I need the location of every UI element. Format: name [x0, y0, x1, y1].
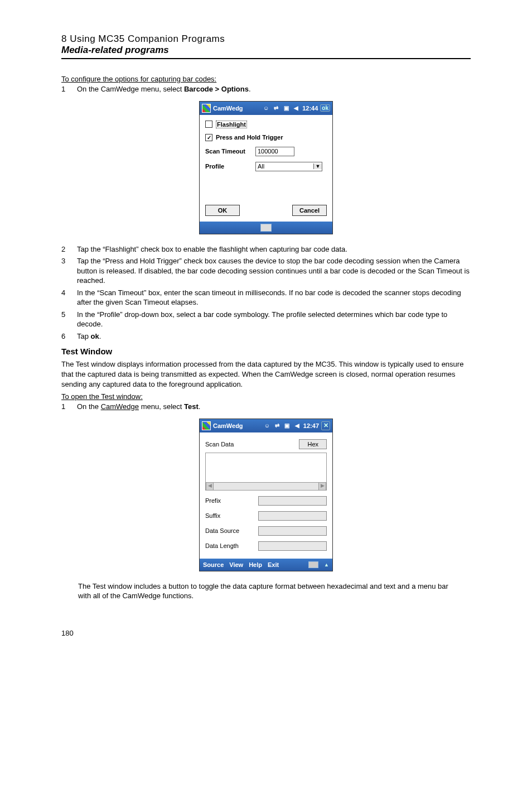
emoji-icon[interactable]: ☺ — [263, 422, 271, 430]
titlebar-ok-button[interactable]: ok — [320, 104, 330, 112]
open-test-heading: To open the Test window: — [61, 392, 471, 401]
titlebar: CamWedg ☺ ⇄ ▣ ◀ 12:47 ✕ — [200, 419, 332, 432]
page-header: 8 Using MC35 Companion Programs Media-re… — [61, 33, 471, 59]
battery-icon: ▣ — [282, 104, 290, 112]
presshold-checkbox[interactable]: ✓ — [205, 134, 212, 141]
signal-icon: ⇄ — [272, 104, 280, 112]
window-title: CamWedg — [213, 105, 243, 112]
scan-timeout-input[interactable]: 100000 — [255, 147, 294, 156]
scan-data-label: Scan Data — [205, 441, 234, 448]
step-number: 1 — [61, 84, 77, 94]
chevron-down-icon[interactable]: ▼ — [313, 164, 322, 169]
step-row: 4 In the “Scan Timeout” box, enter the s… — [61, 288, 471, 307]
step-row: 2 Tap the “Flashlight” check box to enab… — [61, 244, 471, 254]
ok-button[interactable]: OK — [205, 205, 240, 216]
options-body: Flashlight ✓ Press and Hold Trigger Scan… — [200, 115, 332, 222]
step-row: 5 In the “Profile” drop-down box, select… — [61, 310, 471, 329]
profile-value: All — [256, 163, 313, 170]
signal-icon: ⇄ — [273, 422, 281, 430]
section-title: Media-related programs — [61, 45, 471, 56]
step-row: 1 On the CamWedge menu, select Barcode >… — [61, 84, 471, 94]
menu-source[interactable]: Source — [203, 561, 224, 568]
prefix-row: Prefix — [205, 496, 327, 506]
volume-icon[interactable]: ◀ — [293, 422, 301, 430]
config-section: To configure the options for capturing b… — [61, 75, 471, 94]
scroll-left-icon[interactable]: ◀ — [206, 483, 214, 490]
screenshot-options: CamWedg ☺ ⇄ ▣ ◀ 12:44 ok Flashlight ✓ Pr… — [61, 101, 471, 234]
flashlight-label: Flashlight — [216, 121, 247, 128]
menu-view[interactable]: View — [229, 561, 243, 568]
titlebar: CamWedg ☺ ⇄ ▣ ◀ 12:44 ok — [200, 102, 332, 115]
scan-data-area[interactable] — [205, 453, 327, 483]
datalength-row: Data Length — [205, 541, 327, 551]
chevron-up-icon[interactable]: ▲ — [324, 562, 329, 568]
close-button[interactable]: ✕ — [321, 421, 330, 430]
datasource-input[interactable] — [258, 526, 327, 536]
profile-label: Profile — [205, 163, 251, 170]
presshold-row: ✓ Press and Hold Trigger — [205, 134, 327, 141]
step-row: 6 Tap ok. — [61, 331, 471, 342]
steps-after-screenshot: 2 Tap the “Flashlight” check box to enab… — [61, 244, 471, 342]
config-heading: To configure the options for capturing b… — [61, 75, 471, 83]
button-row: OK Cancel — [205, 205, 327, 216]
h-scrollbar[interactable]: ◀ ▶ — [205, 483, 327, 491]
clock: 12:47 — [303, 422, 319, 429]
prefix-input[interactable] — [258, 496, 327, 506]
test-window-paragraph: The Test window displays information pro… — [61, 359, 471, 389]
scroll-right-icon[interactable]: ▶ — [318, 483, 326, 490]
test-window: CamWedg ☺ ⇄ ▣ ◀ 12:47 ✕ Scan Data Hex ◀ … — [199, 419, 333, 571]
flashlight-checkbox[interactable] — [205, 121, 212, 128]
scan-data-row: Scan Data Hex — [205, 439, 327, 449]
start-icon[interactable] — [202, 104, 211, 113]
datasource-row: Data Source — [205, 526, 327, 536]
chapter-title: 8 Using MC35 Companion Programs — [61, 33, 471, 45]
bottom-bar — [200, 222, 332, 234]
presshold-label: Press and Hold Trigger — [216, 134, 283, 141]
flashlight-row: Flashlight — [205, 121, 327, 128]
prefix-label: Prefix — [205, 497, 258, 504]
suffix-label: Suffix — [205, 512, 258, 519]
step-row: 1 On the CamWedge menu, select Test. — [61, 402, 471, 412]
start-icon[interactable] — [202, 421, 211, 430]
suffix-input[interactable] — [258, 511, 327, 521]
datasource-label: Data Source — [205, 527, 258, 534]
profile-row: Profile All ▼ — [205, 162, 327, 171]
page-number: 180 — [61, 629, 471, 637]
menu-bar: Source View Help Exit ▲ — [200, 559, 332, 571]
window-title: CamWedg — [213, 422, 243, 429]
cancel-button[interactable]: Cancel — [292, 205, 327, 216]
battery-icon: ▣ — [283, 422, 291, 430]
suffix-row: Suffix — [205, 511, 327, 521]
scan-timeout-label: Scan Timeout — [205, 148, 251, 155]
menu-help[interactable]: Help — [249, 561, 262, 568]
test-window-heading: Test Window — [61, 347, 471, 356]
hex-button[interactable]: Hex — [299, 439, 327, 449]
scan-timeout-row: Scan Timeout 100000 — [205, 147, 327, 156]
step-text: On the CamWedge menu, select Barcode > O… — [77, 84, 471, 94]
screenshot-test: CamWedg ☺ ⇄ ▣ ◀ 12:47 ✕ Scan Data Hex ◀ … — [61, 419, 471, 571]
volume-icon[interactable]: ◀ — [292, 104, 300, 112]
test-window-caption: The Test window includes a button to tog… — [78, 581, 454, 601]
profile-dropdown[interactable]: All ▼ — [255, 162, 322, 171]
emoji-icon[interactable]: ☺ — [262, 104, 270, 112]
test-body: Scan Data Hex ◀ ▶ Prefix Suffix Data Sou… — [200, 432, 332, 559]
keyboard-icon[interactable] — [260, 224, 272, 232]
datalength-label: Data Length — [205, 542, 258, 549]
keyboard-icon[interactable] — [308, 561, 318, 568]
step-row: 3 Tap the “Press and Hold Trigger” check… — [61, 256, 471, 286]
options-window: CamWedg ☺ ⇄ ▣ ◀ 12:44 ok Flashlight ✓ Pr… — [199, 101, 333, 234]
clock: 12:44 — [302, 105, 318, 112]
menu-exit[interactable]: Exit — [268, 561, 279, 568]
datalength-input[interactable] — [258, 541, 327, 551]
